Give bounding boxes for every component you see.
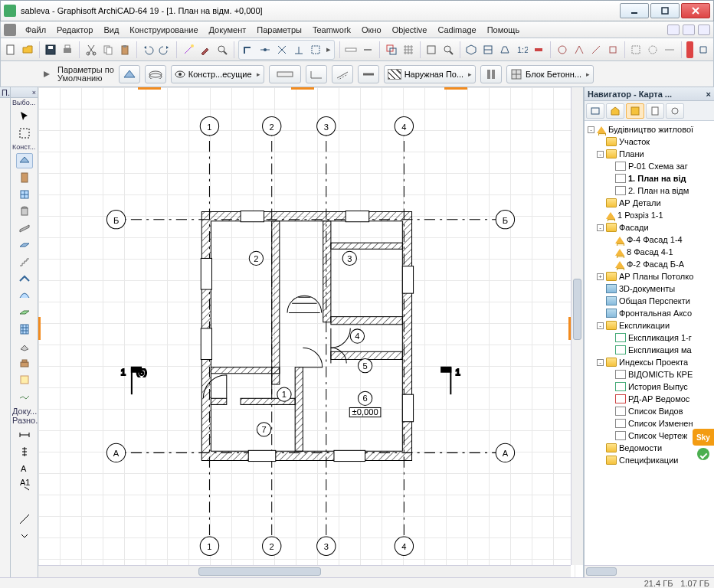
redo-button[interactable] — [158, 41, 172, 58]
save-button[interactable] — [44, 41, 57, 58]
drawing-canvas[interactable]: 1 2 3 4 1 2 3 4 Б Б А А — [38, 87, 584, 577]
tree-item[interactable]: Участок — [586, 136, 714, 148]
close-icon[interactable]: × — [706, 90, 711, 99]
tool-g[interactable] — [663, 41, 676, 58]
tree-item[interactable]: Список Изменен — [586, 417, 714, 430]
expander-icon[interactable]: - — [597, 224, 604, 231]
tool-h[interactable] — [696, 41, 710, 58]
expander-icon[interactable]: - — [588, 126, 594, 133]
tree-item[interactable]: Список Видов — [586, 405, 714, 417]
layer-toggle-button[interactable] — [145, 65, 166, 83]
mdi-restore-button[interactable] — [683, 24, 695, 35]
menu-objective[interactable]: Objective — [388, 24, 432, 36]
tree-item[interactable]: -Будівництво житлової — [586, 123, 714, 136]
tool-a[interactable] — [555, 41, 569, 58]
navigator-scrollbar-horizontal[interactable] — [585, 565, 714, 577]
fit-button[interactable] — [424, 41, 438, 58]
menu-document[interactable]: Документ — [205, 24, 251, 36]
text-tool[interactable]: A — [16, 461, 33, 476]
menu-options[interactable]: Параметры — [252, 24, 306, 36]
print-button[interactable] — [61, 41, 74, 58]
find-select-button[interactable] — [215, 41, 229, 58]
grid-button[interactable] — [401, 41, 415, 58]
tree-item[interactable]: -Плани — [586, 148, 714, 160]
surface-selector[interactable]: Наружная По... ▸ — [384, 65, 476, 83]
open-file-button[interactable] — [21, 41, 34, 58]
tree-item[interactable]: 8 Фасад 4-1 — [586, 246, 714, 258]
tree-item[interactable]: -Фасади — [586, 221, 714, 234]
tree-item[interactable]: Ф-4 Фасад 1-4 — [586, 234, 714, 246]
window-tool[interactable] — [16, 187, 33, 202]
level-dim-tool[interactable] — [16, 444, 33, 459]
door-tool[interactable] — [16, 170, 33, 185]
tree-item[interactable]: Експликация ма — [586, 344, 714, 356]
tree-item[interactable]: 1. План на від — [586, 172, 714, 185]
zoom-button[interactable] — [441, 41, 455, 58]
tree-item[interactable]: +АР Планы Потолко — [586, 270, 714, 283]
tool-f[interactable] — [646, 41, 660, 58]
menu-window[interactable]: Окно — [357, 24, 386, 36]
object-tool[interactable] — [16, 355, 33, 371]
tree-item[interactable]: Експликация 1-г — [586, 332, 714, 344]
more-tool[interactable] — [16, 528, 33, 544]
close-icon[interactable]: × — [32, 89, 36, 96]
snap-perp-button[interactable] — [290, 41, 307, 58]
fill-tool[interactable] — [16, 495, 33, 510]
magic-wand-button[interactable] — [182, 41, 195, 58]
undo-button[interactable] — [141, 41, 155, 58]
copy-button[interactable] — [101, 41, 115, 58]
nav-tab-publisher[interactable] — [646, 103, 664, 119]
canvas-scrollbar-vertical[interactable] — [571, 87, 583, 565]
tree-item[interactable]: -Индексы Проекта — [586, 356, 714, 368]
curtainwall-tool[interactable] — [16, 322, 33, 337]
tool-b[interactable] — [572, 41, 586, 58]
element-settings-button[interactable] — [119, 65, 140, 83]
column-tool[interactable] — [16, 204, 33, 219]
tree-item[interactable]: Р-01 Схема заг — [586, 160, 714, 172]
material-selector[interactable]: Блок Бетонн... ▸ — [506, 65, 594, 83]
measure-button[interactable]: 1:2 — [515, 41, 529, 58]
tool-c[interactable] — [589, 41, 603, 58]
label-tool[interactable]: A1 — [16, 478, 33, 493]
nav-tab-project[interactable] — [586, 103, 604, 119]
tree-item[interactable]: 2. План на відм — [586, 185, 714, 197]
menu-cadimage[interactable]: Cadimage — [433, 24, 480, 36]
dimension-tool[interactable] — [16, 427, 33, 443]
geometry-method-2[interactable] — [306, 65, 327, 83]
menu-design[interactable]: Конструирование — [125, 24, 202, 36]
nav-tab-settings[interactable] — [666, 103, 684, 119]
mdi-close-button[interactable] — [698, 24, 710, 35]
geometry-method-3[interactable] — [332, 65, 353, 83]
layer-selector[interactable]: Констр...есущие ▸ — [171, 65, 264, 83]
snap-mid-button[interactable] — [257, 41, 273, 58]
zone-tool[interactable] — [16, 372, 33, 387]
mdi-minimize-button[interactable] — [667, 24, 680, 35]
menu-view[interactable]: Вид — [99, 24, 123, 36]
tree-item[interactable]: 3D-документы — [586, 283, 714, 295]
tree-item[interactable]: Фронтальная Аксо — [586, 307, 714, 319]
new-file-button[interactable] — [4, 41, 18, 58]
record-button[interactable] — [686, 41, 694, 58]
stair-tool[interactable] — [16, 254, 33, 270]
structure-button[interactable] — [480, 65, 502, 83]
expander-icon[interactable]: - — [597, 322, 604, 329]
morph-tool[interactable] — [16, 338, 33, 354]
menu-file[interactable]: Файл — [21, 24, 51, 36]
skype-badge[interactable]: Sky — [693, 429, 714, 446]
snap-intersect-button[interactable] — [273, 41, 290, 58]
tool-d[interactable] — [606, 41, 620, 58]
shell-tool[interactable] — [16, 288, 33, 303]
canvas-scrollbar-horizontal[interactable] — [38, 565, 571, 577]
tree-item[interactable]: РД-АР Ведомос — [586, 393, 714, 405]
toolbox-header[interactable]: × — [11, 87, 38, 98]
tree-item[interactable]: -Експликации — [586, 319, 714, 332]
mesh-tool[interactable] — [16, 389, 33, 404]
geometry-method-4[interactable] — [358, 65, 379, 83]
expander-icon[interactable]: - — [597, 151, 604, 158]
renovation-button[interactable] — [532, 41, 545, 58]
skylight-tool[interactable] — [16, 305, 33, 320]
tool-e[interactable] — [629, 41, 643, 58]
ruler-button[interactable] — [344, 41, 358, 58]
tree-item[interactable]: ВІДОМІСТЬ КРЕ — [586, 368, 714, 381]
trace-ref-button[interactable] — [385, 41, 398, 58]
